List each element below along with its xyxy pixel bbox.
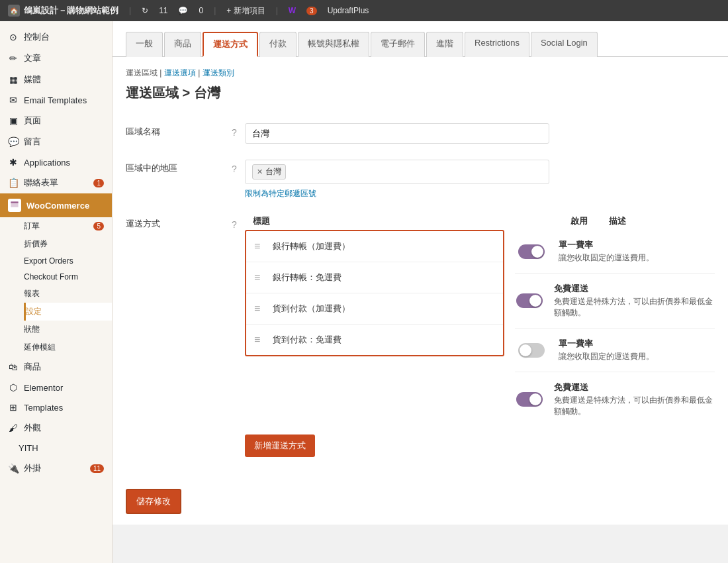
updates-count[interactable]: 11: [159, 6, 167, 15]
method-name-3[interactable]: 貨到付款（加運費）: [273, 303, 495, 315]
sidebar-item-media[interactable]: ▦ 媒體: [0, 69, 112, 90]
add-shipping-method-button[interactable]: 新增運送方式: [245, 435, 315, 457]
sidebar-item-appearance[interactable]: 🖌 外觀: [0, 417, 112, 438]
method-desc-title-1: 單一費率: [559, 239, 654, 251]
shipping-methods-help: ?: [232, 207, 245, 478]
sidebar-item-yith[interactable]: YITH: [0, 438, 112, 458]
sidebar-item-comments[interactable]: 💬 留言: [0, 131, 112, 152]
sidebar-item-templates[interactable]: ⊞ Templates: [0, 397, 112, 417]
tab-general[interactable]: 一般: [126, 32, 163, 57]
appearance-label: 外觀: [24, 422, 41, 434]
drag-handle-3[interactable]: ≡: [254, 303, 267, 315]
zone-region-input[interactable]: ✕ 台灣: [245, 160, 549, 184]
help-icon2: ?: [232, 164, 237, 174]
sidebar-item-elementor[interactable]: ⬡ Elementor: [0, 378, 112, 397]
sidebar-item-label: 留言: [24, 136, 41, 148]
tab-payment[interactable]: 付款: [259, 32, 296, 57]
toggle-4[interactable]: [516, 392, 543, 407]
media-icon: ▦: [8, 74, 19, 85]
drag-handle-4[interactable]: ≡: [254, 334, 267, 346]
method-name-2[interactable]: 銀行轉帳：免運費: [273, 272, 495, 283]
shipping-methods-label: 運送方式: [126, 207, 232, 478]
tab-emails[interactable]: 電子郵件: [371, 32, 425, 57]
woo-submenu: 訂單 5 折價券 Export Orders Checkout Form 報表 …: [0, 217, 112, 356]
method-desc-text-1: 讓您收取固定的運送費用。: [559, 252, 654, 264]
shipping-options-link[interactable]: 運送選項: [164, 68, 196, 77]
orders-label: 訂單: [24, 221, 40, 232]
sidebar-item-label: 控制台: [24, 31, 50, 43]
method-desc-title-2: 免費運送: [554, 283, 715, 295]
sidebar-item-label: 媒體: [24, 74, 41, 85]
help-icon: ?: [232, 127, 237, 138]
sidebar-item-status[interactable]: 狀態: [24, 321, 112, 338]
tab-shipping[interactable]: 運送方式: [203, 32, 258, 57]
region-tag-label: 台灣: [265, 166, 281, 178]
sidebar: ⊙ 控制台 ✏ 文章 ▦ 媒體 ✉ Email Templates ▣ 頁面 💬…: [0, 21, 113, 563]
zone-name-input[interactable]: [245, 123, 549, 144]
add-method-container: 新增運送方式: [245, 435, 715, 470]
sidebar-item-checkout-form[interactable]: Checkout Form: [24, 269, 112, 285]
sidebar-item-settings[interactable]: 設定: [24, 303, 112, 321]
posts-icon: ✏: [8, 53, 19, 64]
sidebar-item-dashboard[interactable]: ⊙ 控制台: [0, 26, 112, 48]
tab-restrictions[interactable]: Restrictions: [465, 32, 529, 57]
sidebar-item-pages[interactable]: ▣ 頁面: [0, 110, 112, 131]
method-name-4[interactable]: 貨到付款：免運費: [273, 334, 495, 346]
plugin-name[interactable]: UpdraftPlus: [328, 6, 369, 15]
applications-icon: ✱: [8, 157, 19, 168]
plugin-icon: W: [289, 6, 296, 15]
postal-code-link[interactable]: 限制為特定郵遞區號: [245, 188, 715, 199]
sidebar-item-applications[interactable]: ✱ Applications: [0, 152, 112, 172]
updates-icon[interactable]: ↻: [142, 6, 148, 15]
sidebar-item-posts[interactable]: ✏ 文章: [0, 48, 112, 69]
shipping-method-3: ≡ 貨到付款（加運費）: [246, 293, 503, 325]
tab-accounts[interactable]: 帳號與隱私權: [298, 32, 369, 57]
comments-icon[interactable]: 💬: [178, 6, 188, 15]
drag-handle-2[interactable]: ≡: [254, 272, 267, 283]
shipping-method-2: ≡ 銀行轉帳：免運費: [246, 262, 503, 293]
toggle-knob-2: [529, 295, 541, 307]
zone-region-row: 區域中的地區 ? ✕ 台灣 限制為特定郵遞區號: [126, 152, 715, 207]
status-label: 狀態: [24, 324, 40, 335]
method-toggle-desc-4: 免費運送 免費運送是特殊方法，可以由折價券和最低金額觸動。: [515, 372, 715, 427]
col-header-title: 標題: [245, 216, 270, 226]
brand-name: 鴿嵐設計－購物網站範例: [24, 5, 118, 17]
drag-handle-1[interactable]: ≡: [254, 240, 267, 252]
tag-remove-icon[interactable]: ✕: [257, 168, 263, 176]
shipping-methods-toggles: 單一費率 讓您收取固定的運送費用。: [515, 230, 715, 427]
title-header-spacer: 標題: [245, 215, 549, 227]
sidebar-item-contact[interactable]: 📋 聯絡表單 1: [0, 172, 112, 193]
sidebar-item-export-orders[interactable]: Export Orders: [24, 253, 112, 269]
tab-advanced[interactable]: 進階: [426, 32, 463, 57]
toggle-1[interactable]: [518, 244, 545, 259]
new-item-btn[interactable]: + 新增項目: [226, 5, 265, 17]
sidebar-item-products[interactable]: 🛍 商品: [0, 356, 112, 378]
zone-region-field-cell: ✕ 台灣 限制為特定郵遞區號: [245, 152, 715, 207]
contact-badge: 1: [93, 179, 104, 187]
sidebar-item-reports[interactable]: 報表: [24, 285, 112, 303]
tab-social-login[interactable]: Social Login: [531, 32, 598, 57]
appearance-icon: 🖌: [8, 423, 19, 433]
page-title: 運送區域 > 台灣: [126, 84, 715, 102]
main-content: 一般 商品 運送方式 付款 帳號與隱私權 電子郵件 進階 Restriction…: [113, 21, 728, 563]
sidebar-item-coupons[interactable]: 折價券: [24, 235, 112, 253]
sidebar-item-email-templates[interactable]: ✉ Email Templates: [0, 90, 112, 110]
save-button[interactable]: 儲存修改: [126, 489, 181, 514]
export-orders-label: Export Orders: [24, 256, 73, 266]
toggle-knob-1: [531, 246, 543, 258]
toggle-3[interactable]: [518, 343, 545, 358]
sidebar-item-extensions[interactable]: 延伸模組: [24, 338, 112, 356]
toggle-2[interactable]: [516, 293, 543, 308]
sidebar-item-plugins[interactable]: 🔌 外掛 11: [0, 458, 112, 479]
method-toggle-desc-2: 免費運送 免費運送是特殊方法，可以由折價券和最低金額觸動。: [515, 274, 715, 329]
tab-products[interactable]: 商品: [164, 32, 201, 57]
region-tag[interactable]: ✕ 台灣: [252, 164, 286, 179]
method-name-1[interactable]: 銀行轉帳（加運費）: [273, 240, 495, 252]
site-brand[interactable]: 🏠 鴿嵐設計－購物網站範例: [8, 5, 118, 17]
zone-region-help: ?: [232, 152, 245, 207]
settings-content: 運送區域 | 運送選項 | 運送類別 運送區域 > 台灣 區域名稱 ?: [113, 57, 728, 525]
col-header-enabled: 啟用: [549, 215, 609, 227]
shipping-types-link[interactable]: 運送類別: [203, 68, 234, 77]
woocommerce-section[interactable]: WooCommerce: [0, 193, 112, 217]
sidebar-item-orders[interactable]: 訂單 5: [24, 217, 112, 235]
